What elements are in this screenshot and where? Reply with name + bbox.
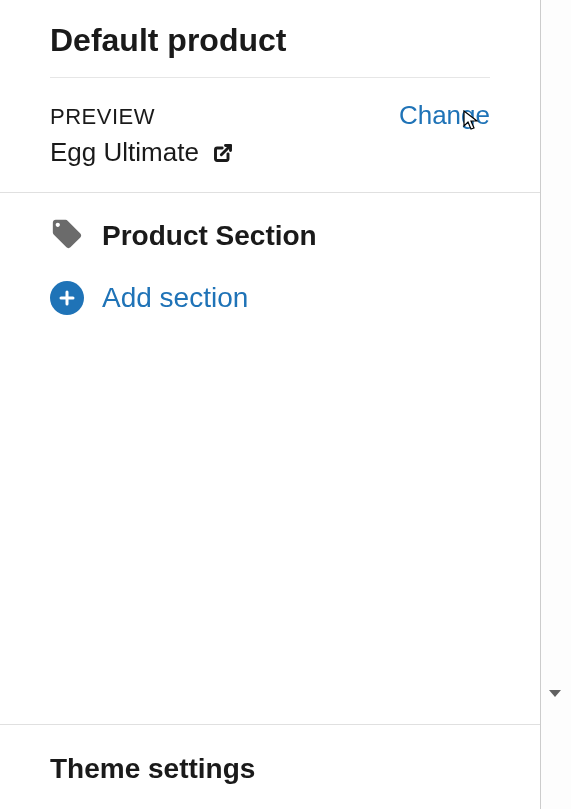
sidebar-panel: Default product PREVIEW Change Egg Ultim…	[0, 0, 540, 809]
section-item-product[interactable]: Product Section	[50, 217, 490, 255]
theme-settings-link[interactable]: Theme settings	[50, 753, 490, 785]
product-name: Egg Ultimate	[50, 137, 199, 168]
preview-block: PREVIEW Change Egg Ultimate	[0, 78, 540, 192]
header-section: Default product	[0, 0, 540, 78]
sections-area: Product Section Add section	[0, 192, 540, 724]
page-title: Default product	[50, 22, 490, 59]
preview-label: PREVIEW	[50, 104, 155, 130]
footer: Theme settings	[0, 724, 540, 809]
add-section-label: Add section	[102, 282, 248, 314]
tag-icon	[50, 217, 84, 255]
external-link-icon[interactable]	[213, 143, 233, 163]
add-section-button[interactable]: Add section	[50, 281, 490, 315]
scrollbar-track[interactable]	[540, 0, 571, 809]
change-link[interactable]: Change	[399, 100, 490, 131]
scrollbar-arrow-down-icon[interactable]	[549, 690, 561, 697]
preview-row: PREVIEW Change	[50, 100, 490, 131]
product-name-row: Egg Ultimate	[50, 137, 490, 168]
section-item-label: Product Section	[102, 220, 317, 252]
plus-circle-icon	[50, 281, 84, 315]
